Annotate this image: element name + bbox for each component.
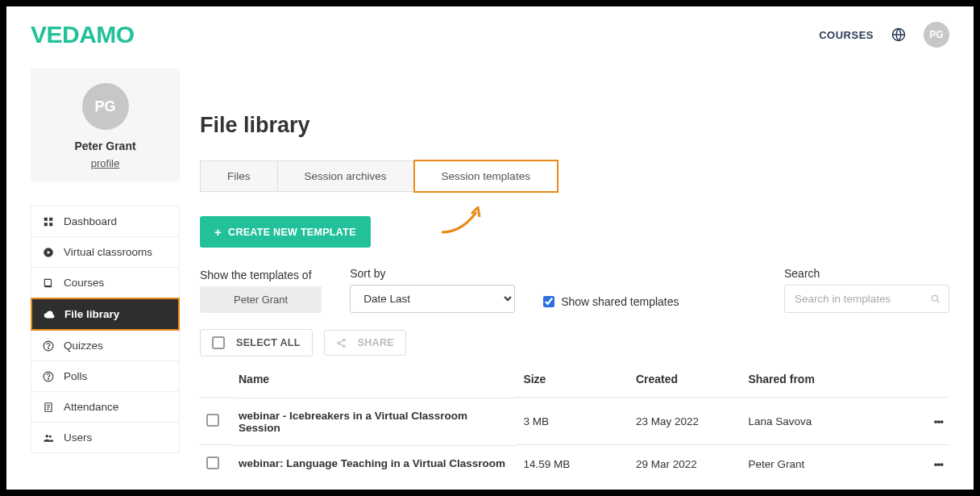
row-more-button[interactable]: ••• (917, 445, 949, 484)
book-icon (43, 277, 54, 289)
select-all-checkbox[interactable] (212, 336, 225, 349)
search-icon (930, 294, 941, 305)
sidebar-item-label: Users (64, 431, 92, 444)
svg-rect-1 (44, 217, 48, 220)
more-icon: ••• (934, 458, 943, 470)
document-icon (43, 402, 54, 413)
sidebar-item-dashboard[interactable]: Dashboard (31, 206, 180, 237)
share-label: SHARE (358, 337, 394, 348)
tab-session-archives[interactable]: Session archives (278, 161, 414, 191)
share-button[interactable]: SHARE (324, 330, 406, 356)
tab-session-templates[interactable]: Session templates (413, 160, 559, 193)
sort-select[interactable]: Date Last (350, 285, 515, 313)
sidebar-item-label: Attendance (64, 401, 118, 413)
profile-link[interactable]: profile (91, 157, 119, 169)
grid-icon (43, 216, 54, 227)
create-template-button[interactable]: + CREATE NEW TEMPLATE (200, 216, 371, 248)
svg-rect-2 (49, 217, 52, 220)
table-row[interactable]: webinar: Language Teaching in a Virtual … (200, 445, 949, 484)
sidebar-item-courses[interactable]: Courses (31, 267, 180, 298)
sidebar-item-label: Quizzes (64, 340, 103, 352)
sidebar-item-label: Polls (64, 370, 87, 382)
svg-point-12 (46, 434, 49, 437)
svg-point-10 (48, 378, 49, 379)
select-all-button[interactable]: SELECT ALL (200, 329, 313, 356)
more-icon: ••• (934, 415, 943, 427)
create-button-label: CREATE NEW TEMPLATE (228, 227, 356, 238)
row-created: 23 May 2022 (629, 398, 742, 445)
users-icon (43, 432, 54, 444)
sort-label: Sort by (350, 267, 515, 280)
svg-rect-4 (49, 223, 52, 226)
row-shared: Peter Grant (741, 445, 917, 484)
sidebar-item-label: Courses (64, 277, 104, 289)
table-row[interactable]: webinar - Icebreakers in a Virtual Class… (200, 398, 949, 445)
tab-files[interactable]: Files (201, 161, 278, 191)
plus-icon: + (214, 225, 222, 239)
brand-logo: VEDAMO (31, 21, 135, 48)
show-shared-checkbox-input[interactable] (543, 296, 554, 307)
profile-card: PG Peter Grant profile (31, 69, 180, 181)
row-name: webinar - Icebreakers in a Virtual Class… (239, 410, 510, 434)
row-checkbox[interactable] (206, 456, 219, 469)
profile-name: Peter Grant (37, 140, 173, 152)
sidebar-item-file-library[interactable]: File library (31, 298, 180, 331)
sidebar-item-label: File library (64, 308, 119, 320)
search-label: Search (784, 267, 949, 280)
courses-link[interactable]: COURSES (819, 29, 874, 41)
row-more-button[interactable]: ••• (917, 398, 949, 445)
col-size: Size (517, 361, 629, 398)
row-shared: Lana Savova (741, 398, 917, 445)
sidebar-item-quizzes[interactable]: Quizzes (31, 330, 180, 361)
row-size: 3 MB (517, 398, 629, 445)
col-shared: Shared from (741, 361, 917, 398)
sidebar-item-label: Virtual classrooms (64, 246, 152, 258)
sidebar-item-attendance[interactable]: Attendance (31, 391, 180, 423)
play-icon (43, 247, 54, 258)
sidebar-item-virtual-classrooms[interactable]: Virtual classrooms (31, 236, 180, 268)
row-created: 29 Mar 2022 (629, 445, 742, 484)
svg-rect-3 (44, 223, 48, 226)
globe-icon[interactable] (891, 27, 906, 42)
col-name: Name (232, 361, 517, 398)
question-icon (43, 371, 54, 382)
page-title: File library (200, 113, 949, 138)
row-name: webinar: Language Teaching in a Virtual … (239, 457, 505, 469)
col-created: Created (629, 361, 742, 398)
search-input[interactable] (784, 285, 949, 313)
cloud-icon (44, 309, 55, 320)
svg-point-14 (932, 295, 937, 301)
show-shared-label: Show shared templates (561, 295, 679, 308)
share-icon (336, 338, 347, 348)
sidebar-item-users[interactable]: Users (31, 422, 180, 453)
row-checkbox[interactable] (206, 414, 219, 427)
avatar-large: PG (82, 83, 129, 130)
avatar[interactable]: PG (924, 22, 949, 48)
owner-filter-button[interactable]: Peter Grant (200, 286, 322, 313)
row-size: 14.59 MB (517, 445, 629, 484)
question-icon (43, 340, 54, 352)
svg-point-8 (48, 348, 49, 348)
annotation-arrow-icon (438, 204, 486, 236)
sidebar-item-label: Dashboard (64, 215, 117, 227)
tabs: Files Session archives Session templates (200, 160, 558, 192)
show-shared-checkbox[interactable]: Show shared templates (543, 295, 679, 308)
select-all-label: SELECT ALL (236, 337, 301, 348)
owner-filter-label: Show the templates of (200, 269, 322, 281)
sidebar-item-polls[interactable]: Polls (31, 361, 180, 392)
svg-point-13 (49, 435, 52, 437)
